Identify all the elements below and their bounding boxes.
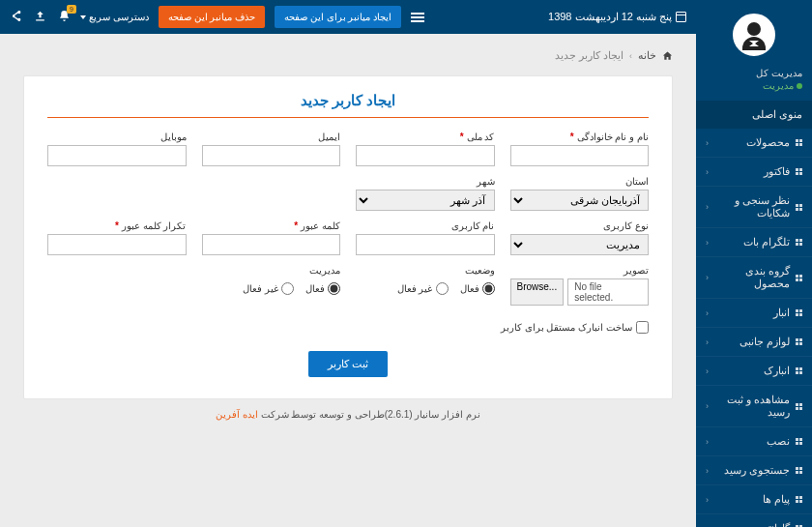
browse-button[interactable]: Browse...: [510, 278, 565, 306]
password-field[interactable]: [202, 234, 341, 255]
city-select[interactable]: آذر شهر: [356, 190, 495, 211]
notification-badge: 9: [67, 5, 76, 14]
avatar[interactable]: [733, 14, 775, 56]
checkbox-label: ساخت انبارک مستقل برای کاربر: [501, 322, 632, 333]
usertype-select[interactable]: مدیریت: [510, 234, 650, 255]
grid-icon: [796, 338, 802, 345]
submit-button[interactable]: ثبت کاربر: [308, 351, 388, 377]
grid-icon: [796, 239, 802, 246]
sidebar-item[interactable]: نظر سنجی و شکایات‹: [696, 187, 812, 228]
grid-icon: [796, 438, 802, 445]
grid-icon: [796, 204, 802, 211]
status-active-radio[interactable]: فعال: [460, 282, 495, 295]
chevron-left-icon: ‹: [706, 138, 709, 148]
grid-icon: [796, 403, 802, 410]
grid-icon: [796, 367, 802, 374]
chevron-left-icon: ‹: [706, 466, 709, 476]
file-selected-text: No file selected.: [567, 278, 649, 306]
menu-header: منوی اصلی: [696, 101, 812, 129]
sidebar-item[interactable]: فاکتور‹: [696, 158, 812, 187]
label-mobile: موبایل: [47, 132, 187, 142]
label-image: تصویر: [510, 265, 650, 276]
province-select[interactable]: آذربایجان شرقی: [510, 190, 650, 211]
grid-icon: [796, 467, 802, 474]
email-field[interactable]: [202, 145, 341, 166]
chevron-left-icon: ‹: [706, 167, 709, 177]
label-email: ایمیل: [202, 132, 341, 142]
sidebar-item[interactable]: لوازم جانبی‹: [696, 328, 812, 357]
chevron-left-icon: ‹: [706, 401, 709, 411]
sidebar-item[interactable]: پیام ها‹: [696, 485, 812, 514]
avatar-block: [696, 0, 812, 64]
fullname-field[interactable]: [510, 145, 650, 166]
sidebar-item[interactable]: گارانتی‹: [696, 514, 812, 527]
chevron-left-icon: ‹: [706, 238, 709, 248]
sidebar-item[interactable]: انبارک‹: [696, 357, 812, 386]
breadcrumb-home[interactable]: خانه: [638, 49, 656, 62]
panel-title: ایجاد کاربر جدید: [47, 92, 649, 117]
chevron-left-icon: ‹: [706, 337, 709, 347]
footer-brand[interactable]: ایده آفرین: [216, 409, 258, 420]
sidebar-item[interactable]: محصولات‹: [696, 129, 812, 158]
status-dot-icon: [797, 83, 802, 89]
remove-shortcut-button[interactable]: حذف میانبر این صفحه: [159, 6, 265, 28]
national-field[interactable]: [356, 145, 495, 166]
share-icon[interactable]: [10, 10, 22, 24]
footer: نرم افزار سانیار (2.6.1)طراحی و توسعه تو…: [23, 399, 673, 429]
topbar: پنج شنبه 12 اردیبهشت 1398 ایجاد میانبر ب…: [0, 0, 696, 34]
chevron-left-icon: ‹: [706, 273, 709, 282]
user-role: مدیریت کل: [706, 68, 802, 78]
mgmt-inactive-radio[interactable]: غیر فعال: [243, 282, 294, 295]
sidebar-item[interactable]: نصب‹: [696, 427, 812, 456]
sidebar-item[interactable]: مشاهده و ثبت رسید‹: [696, 386, 812, 427]
label-username: نام کاربری: [356, 220, 495, 231]
label-usertype: نوع کاربری: [510, 220, 650, 231]
notifications-icon[interactable]: 9: [58, 10, 71, 24]
password2-field[interactable]: [47, 234, 187, 255]
chevron-down-icon: [80, 15, 86, 19]
breadcrumb: خانه › ایجاد کاربر جدید: [23, 49, 673, 62]
label-mgmt: مدیریت: [202, 265, 341, 276]
sidebar-item[interactable]: گروه بندی محصول‹: [696, 257, 812, 299]
chevron-left-icon: ‹: [706, 524, 709, 528]
mgmt-active-radio[interactable]: فعال: [305, 282, 340, 295]
create-shortcut-button[interactable]: ایجاد میانبر برای این صفحه: [275, 6, 401, 28]
breadcrumb-current: ایجاد کاربر جدید: [555, 49, 624, 62]
menu-toggle-icon[interactable]: [411, 11, 424, 24]
chevron-left-icon: ‹: [706, 437, 709, 447]
form-panel: ایجاد کاربر جدید نام و نام خانوادگی* کد …: [23, 75, 673, 399]
label-national: کد ملی*: [356, 132, 495, 142]
label-province: استان: [510, 176, 650, 187]
user-status: مدیریت: [706, 80, 802, 91]
sidebar-item[interactable]: تلگرام بات‹: [696, 228, 812, 257]
username-field[interactable]: [356, 234, 495, 255]
grid-icon: [796, 168, 802, 175]
label-fullname: نام و نام خانوادگی*: [510, 132, 650, 142]
label-password: کلمه عبور*: [202, 220, 341, 231]
quick-access-link[interactable]: دسترسی سریع: [80, 12, 149, 22]
grid-icon: [796, 275, 802, 281]
label-password2: تکرار کلمه عبور*: [47, 220, 187, 231]
chevron-left-icon: ‹: [706, 495, 709, 505]
calendar-icon: [676, 12, 686, 22]
independent-stock-checkbox[interactable]: [636, 321, 649, 334]
grid-icon: [796, 139, 802, 146]
label-city: شهر: [356, 176, 495, 187]
upload-icon[interactable]: [34, 10, 46, 24]
status-inactive-radio[interactable]: غیر فعال: [397, 282, 449, 295]
sidebar-item[interactable]: انبار‹: [696, 299, 812, 328]
chevron-left-icon: ‹: [706, 202, 709, 212]
sidebar-item[interactable]: جستجوی رسید‹: [696, 456, 812, 485]
chevron-left-icon: ‹: [706, 366, 709, 376]
date-display: پنج شنبه 12 اردیبهشت 1398: [548, 11, 686, 23]
breadcrumb-sep: ›: [629, 51, 632, 61]
grid-icon: [796, 496, 802, 503]
mobile-field[interactable]: [47, 145, 187, 166]
chevron-left-icon: ‹: [706, 308, 709, 318]
sidebar: مدیریت کل مدیریت منوی اصلی محصولات‹فاکتو…: [696, 0, 812, 527]
main-menu: محصولات‹فاکتور‹نظر سنجی و شکایات‹تلگرام …: [696, 129, 812, 527]
home-icon: [662, 50, 673, 61]
label-status: وضعیت: [356, 265, 495, 276]
grid-icon: [796, 309, 802, 316]
